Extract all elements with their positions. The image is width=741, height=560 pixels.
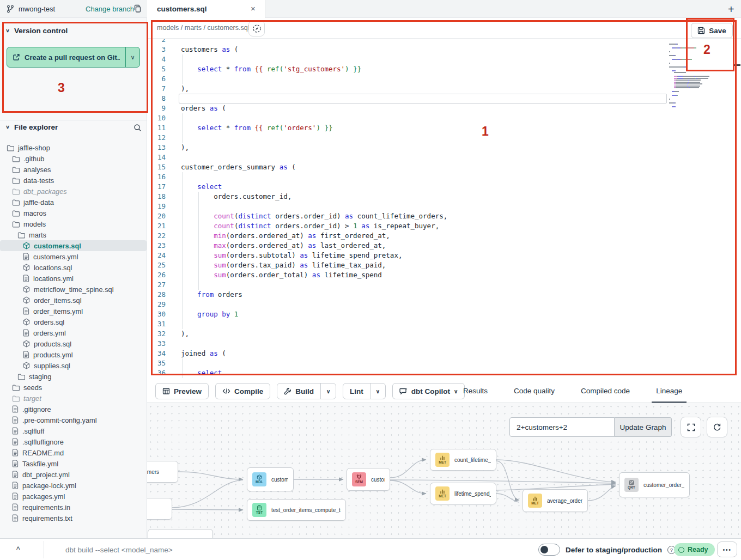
- tree-item[interactable]: .pre-commit-config.yaml: [0, 415, 147, 425]
- lineage-node-orders[interactable]: orders: [147, 498, 172, 520]
- command-input[interactable]: dbt build --select <model_name>: [65, 539, 392, 560]
- code-line[interactable]: 16: [147, 172, 741, 182]
- tab-compiled-code[interactable]: Compiled code: [576, 380, 634, 403]
- tree-item[interactable]: order_items.sql: [0, 295, 147, 306]
- tree-item[interactable]: order_items.yml: [0, 306, 147, 316]
- tree-item[interactable]: .github: [0, 153, 147, 164]
- change-branch-link[interactable]: Change branch: [86, 0, 134, 18]
- tree-item[interactable]: products.sql: [0, 338, 147, 349]
- tree-item[interactable]: staging: [0, 371, 147, 382]
- code-line[interactable]: 33: [147, 339, 741, 349]
- new-tab-button[interactable]: +: [724, 1, 739, 18]
- code-line[interactable]: 24sum(orders.subtotal) as lifetime_spend…: [147, 251, 741, 260]
- tree-item[interactable]: orders.yml: [0, 327, 147, 338]
- code-line[interactable]: 36select: [147, 368, 741, 378]
- lineage-node[interactable]: [148, 529, 213, 538]
- tab-customers-sql[interactable]: customers.sql ×: [147, 0, 265, 18]
- tree-item[interactable]: seeds: [0, 382, 147, 393]
- search-icon[interactable]: [133, 124, 142, 132]
- code-line[interactable]: 6: [147, 74, 741, 84]
- more-options-button[interactable]: •••: [717, 541, 737, 557]
- code-line[interactable]: 21count(distinct orders.order_id) > 1 as…: [147, 221, 741, 231]
- tree-item[interactable]: target: [0, 393, 147, 404]
- tree-item[interactable]: .gitignore: [0, 404, 147, 415]
- build-button[interactable]: Build ∨: [277, 383, 336, 399]
- code-line[interactable]: 28from orders: [147, 290, 741, 300]
- tab-results[interactable]: Results: [459, 380, 492, 403]
- tree-item[interactable]: marts: [0, 229, 147, 240]
- code-line[interactable]: 30group by 1: [147, 309, 741, 319]
- code-line[interactable]: 23max(orders.ordered_at) as last_ordered…: [147, 241, 741, 251]
- code-line[interactable]: 34joined as (: [147, 349, 741, 358]
- tree-item[interactable]: products.yml: [0, 349, 147, 360]
- tree-item[interactable]: .sqlfluff: [0, 425, 147, 436]
- tree-item[interactable]: packages.yml: [0, 491, 147, 502]
- update-graph-button[interactable]: Update Graph: [615, 417, 672, 437]
- dbt-copilot-button[interactable]: dbt Copilot ∨: [392, 383, 465, 399]
- code-line[interactable]: 8: [147, 94, 741, 104]
- tree-item[interactable]: customers.sql: [0, 240, 147, 251]
- compile-button[interactable]: Compile: [215, 383, 270, 399]
- tree-item[interactable]: Taskfile.yml: [0, 458, 147, 469]
- tree-item[interactable]: customers.yml: [0, 251, 147, 262]
- code-line[interactable]: 11select * from {{ ref('orders') }}: [147, 123, 741, 133]
- build-dropdown-caret[interactable]: ∨: [320, 384, 336, 399]
- lint-button[interactable]: Lint ∨: [343, 383, 386, 399]
- code-line[interactable]: 3customers as (: [147, 45, 741, 54]
- code-line[interactable]: 13),: [147, 143, 741, 153]
- lineage-node-lifetime-spend-pretax[interactable]: METlifetime_spend_pretax: [430, 483, 496, 504]
- code-line[interactable]: 26sum(orders.order_total) as lifetime_sp…: [147, 270, 741, 280]
- tree-item[interactable]: models: [0, 218, 147, 229]
- code-line[interactable]: 5select * from {{ ref('stg_customers') }…: [147, 64, 741, 74]
- tree-item[interactable]: requirements.in: [0, 502, 147, 513]
- create-pull-request-button[interactable]: Create a pull request on Git... ∨: [7, 47, 140, 68]
- tree-item[interactable]: data-tests: [0, 175, 147, 186]
- file-explorer-header[interactable]: ∨ File explorer: [5, 123, 142, 131]
- version-control-header[interactable]: ∨ Version control: [5, 27, 68, 35]
- tree-item[interactable]: dbt_project.yml: [0, 469, 147, 480]
- lineage-node-test-order-items-compute-to-bools-[interactable]: TSTtest_order_items_compute_to_bools...: [247, 499, 346, 521]
- code-line[interactable]: 2: [147, 39, 741, 45]
- tab-lineage[interactable]: Lineage: [652, 380, 687, 403]
- lint-dropdown-caret[interactable]: ∨: [370, 384, 385, 399]
- copy-icon[interactable]: [133, 4, 142, 13]
- refresh-button[interactable]: [707, 417, 727, 437]
- tree-item[interactable]: jaffle-shop: [0, 142, 147, 153]
- status-badge[interactable]: Ready: [674, 543, 715, 556]
- tree-item[interactable]: macros: [0, 208, 147, 218]
- fullscreen-button[interactable]: [681, 417, 701, 437]
- code-line[interactable]: 18orders.customer_id,: [147, 192, 741, 202]
- tree-item[interactable]: orders.sql: [0, 316, 147, 327]
- save-button[interactable]: Save: [691, 23, 733, 38]
- copilot-dropdown-caret[interactable]: ∨: [454, 388, 458, 394]
- lineage-node-customers[interactable]: MDLcustomers: [247, 467, 294, 491]
- code-line[interactable]: 31: [147, 319, 741, 329]
- tree-item[interactable]: jaffle-data: [0, 197, 147, 208]
- tree-item[interactable]: locations.sql: [0, 262, 147, 273]
- code-line[interactable]: 22min(orders.ordered_at) as first_ordere…: [147, 231, 741, 241]
- code-line[interactable]: 14: [147, 153, 741, 162]
- code-line[interactable]: 15customer_orders_summary as (: [147, 162, 741, 172]
- pr-dropdown-caret[interactable]: ∨: [125, 47, 139, 67]
- code-line[interactable]: 17select: [147, 182, 741, 192]
- code-line[interactable]: 4: [147, 54, 741, 64]
- explore-lineage-button[interactable]: [248, 20, 265, 36]
- collapse-panel-icon[interactable]: ^: [12, 543, 25, 556]
- code-line[interactable]: 12: [147, 133, 741, 143]
- code-line[interactable]: 29: [147, 300, 741, 309]
- lineage-node-stg-customers[interactable]: stg_customers: [147, 461, 178, 483]
- defer-toggle[interactable]: [538, 544, 560, 556]
- tree-item[interactable]: .sqlfluffignore: [0, 436, 147, 447]
- code-editor[interactable]: 23customers as (45select * from {{ ref('…: [147, 39, 741, 380]
- tree-item[interactable]: package-lock.yml: [0, 480, 147, 491]
- tree-item[interactable]: dbt_packages: [0, 186, 147, 197]
- code-line[interactable]: 19: [147, 202, 741, 211]
- tree-item[interactable]: locations.yml: [0, 273, 147, 284]
- lineage-node-count-lifetime-orders[interactable]: METcount_lifetime_orders: [430, 449, 496, 471]
- tree-item[interactable]: requirements.txt: [0, 513, 147, 524]
- lineage-selector-input[interactable]: 2+customers+2: [509, 417, 615, 437]
- code-line[interactable]: 20count(distinct orders.order_id) as cou…: [147, 211, 741, 221]
- code-line[interactable]: 7),: [147, 84, 741, 94]
- code-line[interactable]: 35: [147, 358, 741, 368]
- code-line[interactable]: 32),: [147, 329, 741, 339]
